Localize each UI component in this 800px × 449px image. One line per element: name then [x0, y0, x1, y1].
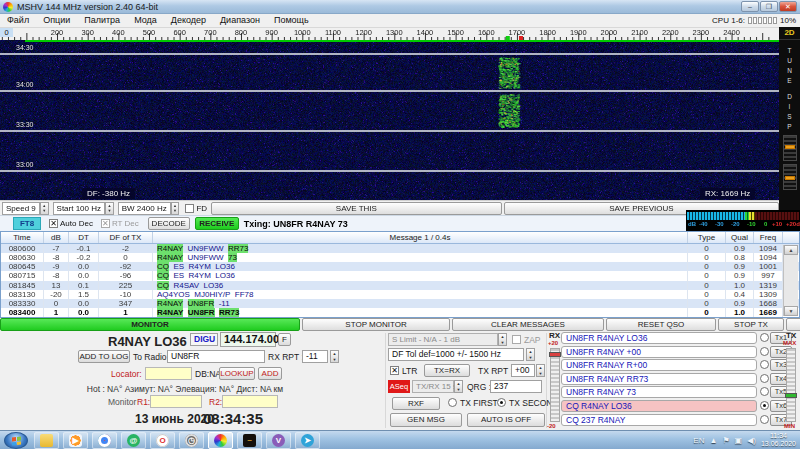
tx-message-field-tx1[interactable]: UN8FR R4NAY LO36 [561, 332, 757, 344]
rx-rpt-value[interactable]: -11 [302, 350, 328, 363]
frequency-f-button[interactable]: F [278, 333, 291, 346]
tune-vertical-label[interactable]: TUNE [779, 46, 800, 86]
tx-select-radio-tx6[interactable] [760, 401, 769, 410]
speed-field[interactable]: Speed 9 [2, 202, 40, 215]
decode-row-080600[interactable]: 080600-7-0.1-2R4NAY UN9FWW RR7300.91094 [1, 244, 799, 253]
tx-message-field-tx3[interactable]: UN8FR R4NAY R+00 [561, 359, 757, 371]
speaker-icon[interactable]: ◀) [747, 436, 756, 445]
s-limit-field[interactable]: S Limit - N/A - 1 dB [388, 333, 498, 346]
media-player-icon[interactable]: ▶ [63, 432, 88, 449]
waterfall-zero-slider[interactable] [783, 164, 797, 190]
monitor-button[interactable]: MONITOR [0, 318, 300, 331]
reset-qso-button[interactable]: RESET QSO [606, 318, 716, 331]
column-header-freq[interactable]: Freq [754, 232, 783, 243]
rx-rpt-spinner[interactable]: ▲▼ [330, 350, 339, 363]
menu-item-5[interactable]: Декодер [164, 15, 213, 25]
minimize-button[interactable]: – [741, 1, 759, 12]
stop-tx-button[interactable]: STOP TX [718, 318, 784, 331]
column-header-qual[interactable]: Qual [726, 232, 754, 243]
decode-row-081845[interactable]: 081845130.1225CQ R4SAV LO3601.01319 [1, 281, 799, 290]
menu-item-7[interactable]: Помощь [267, 15, 316, 25]
tx-select-radio-tx3[interactable] [760, 360, 769, 369]
explorer-icon[interactable] [34, 432, 59, 449]
tx-message-field-tx2[interactable]: UN8FR R4NAY +00 [561, 346, 757, 358]
tx-first-radio[interactable] [448, 398, 457, 407]
tx-rpt-value[interactable]: +00 [511, 364, 535, 377]
tx-select-radio-tx4[interactable] [760, 374, 769, 383]
menu-item-4[interactable]: Мода [127, 15, 164, 25]
2d-button[interactable]: 2D [779, 27, 800, 40]
decode-row-083130[interactable]: 083130-201.5-10AQ4YOS MJ0HIY/P FF7800.41… [1, 290, 799, 299]
start-freq-spinner[interactable]: ▲▼ [105, 202, 114, 215]
telegram-icon[interactable]: ➤ [295, 432, 320, 449]
menu-item-3[interactable]: Палитра [77, 15, 127, 25]
decode-row-080645[interactable]: 080645-90.0-92CQ ES R4YM LO3600.91001 [1, 262, 799, 271]
tray-expand-icon[interactable]: ▲ [709, 436, 717, 445]
locator-input[interactable] [145, 367, 192, 380]
column-header-type[interactable]: Type [688, 232, 726, 243]
speed-spinner[interactable]: ▲▼ [40, 202, 49, 215]
add-to-log-button[interactable]: ADD TO LOG [78, 350, 130, 363]
clock-app-icon[interactable]: ◷ [179, 432, 204, 449]
tx-message-field-tx4[interactable]: UN8FR R4NAY RR73 [561, 373, 757, 385]
column-header-time[interactable]: Time [1, 232, 44, 243]
tx-message-field-tx5[interactable]: UN8FR R4NAY 73 [561, 386, 757, 398]
language-indicator[interactable]: EN [693, 436, 704, 445]
start-freq-field[interactable]: Start 100 Hz [53, 202, 105, 215]
tx-eq-rx-button[interactable]: TX=RX [424, 364, 470, 377]
aseq-badge[interactable]: ASeq [388, 380, 410, 393]
rx-gain-slider[interactable] [550, 348, 560, 422]
column-header-df-of-tx[interactable]: DF of TX [99, 232, 153, 243]
receive-button[interactable]: RECEIVE [195, 217, 239, 230]
restore-button[interactable]: ❐ [760, 1, 778, 12]
txrx-period-field[interactable]: TX/RX 15 s [412, 380, 454, 393]
mode-button[interactable]: FT8 [13, 217, 41, 230]
bandwidth-spinner[interactable]: ▲▼ [171, 202, 180, 215]
auto-dec-checkbox[interactable]: ✕ [49, 219, 58, 228]
df-tol-field[interactable]: DF Tol def=1000 +/- 1500 Hz [388, 348, 524, 361]
start-button[interactable] [4, 432, 28, 449]
frequency-ruler[interactable]: 0 20030040050060070080090010001100120013… [0, 27, 779, 40]
tx-message-field-tx7[interactable]: CQ 237 R4NAY [561, 414, 757, 426]
s-limit-spinner[interactable]: ▲▼ [498, 333, 507, 346]
stop-monitor-button[interactable]: STOP MONITOR [302, 318, 450, 331]
decode-row-083330[interactable]: 08333000.0347R4NAY UN8FR -1100.91668 [1, 299, 799, 308]
flag-icon[interactable]: ⚑ [722, 436, 729, 445]
column-header-db[interactable]: dB [44, 232, 69, 243]
network-icon[interactable]: ▣ [735, 436, 743, 445]
clear-messages-button[interactable]: CLEAR MESSAGES [452, 318, 604, 331]
rxf-button[interactable]: RXF [392, 397, 440, 410]
mailru-icon[interactable]: @ [121, 432, 146, 449]
monitor-r2-input[interactable] [222, 395, 278, 408]
menu-item-2[interactable]: Опции [36, 15, 77, 25]
auto-button[interactable]: AUTO IS OFF [467, 413, 545, 427]
lookup-button[interactable]: LOOKUP [219, 367, 255, 380]
txrx-period-spinner[interactable]: ▲▼ [454, 380, 463, 393]
opera-icon[interactable]: O [150, 432, 175, 449]
tx-second-radio[interactable] [497, 398, 506, 407]
decode-row-080715[interactable]: 080715-80.0-96CQ ES R4YM LO3600.9997 [1, 271, 799, 280]
scroll-down-icon[interactable]: ▼ [784, 306, 798, 316]
mshv-icon[interactable] [208, 432, 233, 449]
to-radio-input[interactable]: UN8FR [167, 350, 265, 363]
frequency-display[interactable]: 144.174.000 [220, 332, 276, 347]
scroll-up-icon[interactable]: ▲ [784, 245, 798, 255]
qrg-input[interactable]: 237 [490, 380, 542, 393]
tx-rpt-spinner[interactable]: ▲▼ [536, 364, 545, 377]
tx-power-slider[interactable] [786, 348, 796, 422]
clock[interactable]: 11:34 13.06.2020 [761, 432, 796, 448]
waterfall-display[interactable]: 34:3034:0033:3033:00 DF: -380 Hz RX: 166… [0, 40, 779, 200]
rt-dec-checkbox[interactable]: ✕ [101, 219, 110, 228]
tx-select-radio-tx2[interactable] [760, 347, 769, 356]
gen-msg-button[interactable]: GEN MSG [390, 413, 462, 427]
monitor-r1-input[interactable] [150, 395, 202, 408]
decode-button[interactable]: DECODE [148, 217, 190, 230]
column-header-dt[interactable]: DT [69, 232, 99, 243]
fd-checkbox[interactable] [185, 204, 194, 213]
add-button[interactable]: ADD [258, 367, 282, 380]
graphics-app-icon[interactable]: ~ [237, 432, 262, 449]
column-header-message-1-0-4s[interactable]: Message 1 / 0.4s [153, 232, 688, 243]
decode-row-080630[interactable]: 080630-8-0.20R4NAY UN9FWW 7300.81094 [1, 253, 799, 262]
tx-message-field-tx6[interactable]: CQ R4NAY LO36 [561, 400, 757, 412]
bandwidth-field[interactable]: BW 2400 Hz [118, 202, 171, 215]
